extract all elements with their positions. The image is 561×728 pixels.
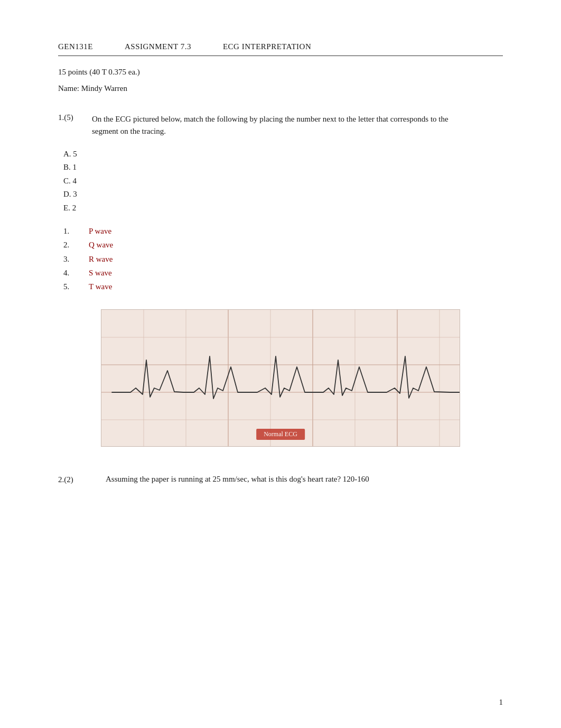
answer-a: A. 5 xyxy=(63,148,503,161)
legend-label-1: P wave xyxy=(89,224,111,238)
assignment-title: ECG INTERPRETATION xyxy=(223,42,311,51)
legend-num-3: 3. xyxy=(63,252,89,266)
answer-d: D. 3 xyxy=(63,188,503,201)
answer-e: E. 2 xyxy=(63,201,503,215)
answer-e-value: 2 xyxy=(72,204,77,212)
legend-5: 5. T wave xyxy=(63,280,503,293)
question-2-inner: 2.(2) Assuming the paper is running at 2… xyxy=(58,473,503,486)
legend-num-1: 1. xyxy=(63,224,89,238)
answers-block: A. 5 B. 1 C. 4 D. 3 E. 2 xyxy=(63,148,503,215)
legend-num-4: 4. xyxy=(63,266,89,280)
answer-e-letter: E. xyxy=(63,204,72,212)
answer-b-value: 1 xyxy=(73,163,77,171)
course-code: GEN131E xyxy=(58,42,93,51)
legend-4: 4. S wave xyxy=(63,266,503,280)
page-number: 1 xyxy=(499,698,503,707)
legend-label-3: R wave xyxy=(89,252,113,266)
legend-1: 1. P wave xyxy=(63,224,503,238)
name-label: Name: xyxy=(58,84,81,93)
legend-2: 2. Q wave xyxy=(63,238,503,252)
legend-label-4: S wave xyxy=(89,266,112,280)
svg-rect-0 xyxy=(101,310,460,446)
question-1-text: On the ECG pictured below, match the fol… xyxy=(92,113,451,138)
legend-3: 3. R wave xyxy=(63,252,503,266)
legend-num-5: 5. xyxy=(63,280,89,293)
answer-b: B. 1 xyxy=(63,161,503,174)
answer-c-value: 4 xyxy=(73,177,77,185)
answer-a-letter: A. xyxy=(63,150,73,158)
question-1-header: 1.(5) On the ECG pictured below, match t… xyxy=(58,113,503,138)
question-2-text: Assuming the paper is running at 25 mm/s… xyxy=(106,473,369,486)
assignment-label: ASSIGNMENT 7.3 xyxy=(125,42,191,51)
answer-b-letter: B. xyxy=(63,163,73,171)
question-1-number: 1.(5) xyxy=(58,113,83,138)
answer-c-letter: C. xyxy=(63,177,73,185)
name-line: Name: Mindy Warren xyxy=(58,84,503,93)
legend-label-2: Q wave xyxy=(89,238,113,252)
question-1-block: 1.(5) On the ECG pictured below, match t… xyxy=(58,113,503,293)
legend-label-5: T wave xyxy=(89,280,112,293)
legend-block: 1. P wave 2. Q wave 3. R wave 4. S wave … xyxy=(63,224,503,293)
answer-d-letter: D. xyxy=(63,190,73,198)
question-2-block: 2.(2) Assuming the paper is running at 2… xyxy=(58,473,503,486)
ecg-caption: Normal ECG xyxy=(256,429,305,440)
page: GEN131E ASSIGNMENT 7.3 ECG INTERPRETATIO… xyxy=(0,0,561,728)
document-header: GEN131E ASSIGNMENT 7.3 ECG INTERPRETATIO… xyxy=(58,42,503,56)
ecg-image: Normal ECG xyxy=(101,309,460,447)
answer-a-value: 5 xyxy=(73,150,77,158)
name-value: Mindy Warren xyxy=(81,84,127,93)
ecg-grid-svg xyxy=(101,310,460,446)
question-2-number: 2.(2) xyxy=(58,473,100,486)
points-line: 15 points (40 T 0.375 ea.) xyxy=(58,68,503,77)
answer-c: C. 4 xyxy=(63,174,503,188)
answer-d-value: 3 xyxy=(73,190,77,198)
legend-num-2: 2. xyxy=(63,238,89,252)
